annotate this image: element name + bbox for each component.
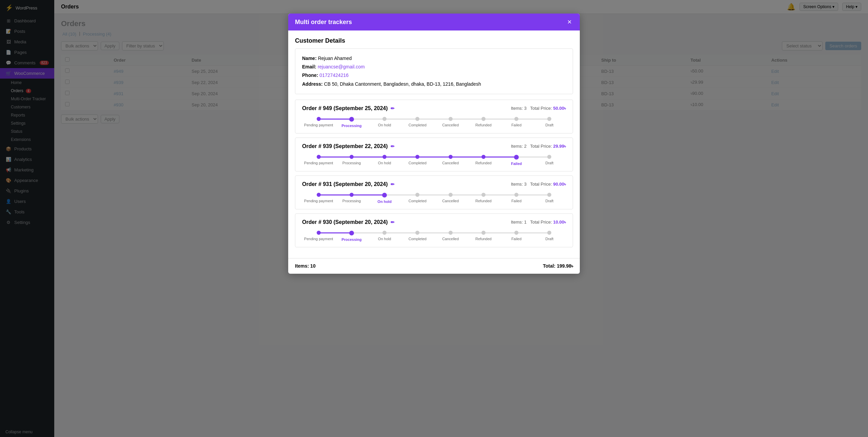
step-dot <box>382 155 387 159</box>
progress-step: Draft <box>533 117 566 128</box>
step-label: Failed <box>511 162 522 166</box>
progress-steps: Pending payment Processing On hold Compl… <box>302 117 566 128</box>
order-card-title: Order # 939 (September 22, 2024) ✏ <box>302 143 395 149</box>
progress-step: Failed <box>500 231 533 242</box>
customer-details-title: Customer Details <box>295 37 573 44</box>
progress-step: Draft <box>533 155 566 166</box>
step-dot <box>317 231 321 235</box>
step-label: Cancelled <box>442 123 459 127</box>
progress-tracker: Pending payment Processing On hold Compl… <box>302 231 566 242</box>
order-card-title: Order # 930 (September 20, 2024) ✏ <box>302 219 395 225</box>
progress-step: On hold <box>368 193 401 204</box>
progress-step: On hold <box>368 155 401 166</box>
address-label: Address: <box>302 81 323 87</box>
order-meta: Items: 3 Total Price: 90.00৳ <box>511 182 566 187</box>
step-dot <box>317 117 321 121</box>
step-label: Cancelled <box>442 161 459 165</box>
order-card: Order # 930 (September 20, 2024) ✏ Items… <box>295 213 573 247</box>
step-dot <box>415 155 419 159</box>
step-dot <box>382 231 387 235</box>
progress-step: Completed <box>401 193 434 204</box>
order-card: Order # 939 (September 22, 2024) ✏ Items… <box>295 138 573 171</box>
customer-address-row: Address: CB 50, Dhaka Cantonment, Bangla… <box>302 80 566 88</box>
progress-step: Pending payment <box>302 117 335 128</box>
step-label: Processing <box>341 124 361 128</box>
progress-step: Pending payment <box>302 193 335 204</box>
step-label: Failed <box>511 199 521 203</box>
step-dot <box>415 117 419 121</box>
progress-step: Draft <box>533 193 566 204</box>
step-dot <box>382 193 387 197</box>
progress-step: Cancelled <box>434 155 467 166</box>
step-dot <box>349 117 354 122</box>
progress-step: Failed <box>500 117 533 128</box>
modal-overlay: Multi order trackers × Customer Details … <box>0 0 868 437</box>
step-dot <box>547 117 551 121</box>
step-label: Draft <box>545 199 553 203</box>
step-dot <box>481 193 486 197</box>
step-dot <box>481 117 486 121</box>
order-meta: Items: 2 Total Price: 29.99৳ <box>511 144 566 149</box>
customer-name-row: Name: Rejuan Ahamed <box>302 54 566 63</box>
progress-step: Refunded <box>467 231 500 242</box>
email-label: Email: <box>302 64 316 69</box>
progress-tracker: Pending payment Processing On hold Compl… <box>302 155 566 166</box>
progress-steps: Pending payment Processing On hold Compl… <box>302 231 566 242</box>
order-card-header: Order # 939 (September 22, 2024) ✏ Items… <box>302 143 566 149</box>
progress-step: Completed <box>401 231 434 242</box>
progress-tracker: Pending payment Processing On hold Compl… <box>302 117 566 128</box>
order-card-title: Order # 949 (September 25, 2024) ✏ <box>302 105 395 111</box>
step-dot <box>449 231 453 235</box>
order-card-title: Order # 931 (September 20, 2024) ✏ <box>302 181 395 187</box>
step-dot <box>514 117 518 121</box>
step-label: Draft <box>545 161 553 165</box>
step-label: Completed <box>409 161 427 165</box>
footer-items: Items: 10 <box>295 263 316 269</box>
step-label: Processing <box>342 161 361 165</box>
step-label: Completed <box>409 199 427 203</box>
modal: Multi order trackers × Customer Details … <box>288 14 580 274</box>
order-card-header: Order # 949 (September 25, 2024) ✏ Items… <box>302 105 566 111</box>
order-card-header: Order # 931 (September 20, 2024) ✏ Items… <box>302 181 566 187</box>
step-label: Cancelled <box>442 199 459 203</box>
order-edit-icon[interactable]: ✏ <box>391 106 395 111</box>
step-label: Refunded <box>475 199 492 203</box>
step-label: Processing <box>341 237 361 242</box>
progress-step: Cancelled <box>434 193 467 204</box>
modal-footer: Items: 10 Total: 199.98৳ <box>288 258 580 274</box>
email-link[interactable]: rejuancse@gmail.com <box>318 64 365 69</box>
order-edit-icon[interactable]: ✏ <box>391 182 395 187</box>
progress-step: Failed <box>500 155 533 166</box>
modal-close-button[interactable]: × <box>566 18 573 26</box>
step-dot <box>317 193 321 197</box>
modal-header: Multi order trackers × <box>288 14 580 30</box>
progress-step: Cancelled <box>434 117 467 128</box>
customer-phone-row: Phone: 01727424216 <box>302 71 566 80</box>
name-value-text: Rejuan Ahamed <box>318 56 352 61</box>
progress-step: On hold <box>368 117 401 128</box>
progress-step: Failed <box>500 193 533 204</box>
step-dot <box>449 155 453 159</box>
step-label: Pending payment <box>304 123 333 127</box>
progress-step: Processing <box>335 155 368 166</box>
step-label: Pending payment <box>304 161 333 165</box>
progress-step: Processing <box>335 193 368 204</box>
order-card: Order # 949 (September 25, 2024) ✏ Items… <box>295 100 573 133</box>
step-dot <box>415 231 419 235</box>
order-cards-container: Order # 949 (September 25, 2024) ✏ Items… <box>295 100 573 247</box>
step-dot <box>514 193 518 197</box>
step-label: Processing <box>342 199 361 203</box>
progress-step: Refunded <box>467 193 500 204</box>
phone-link[interactable]: 01727424216 <box>319 72 349 78</box>
order-edit-icon[interactable]: ✏ <box>391 220 395 225</box>
order-edit-icon[interactable]: ✏ <box>391 144 395 149</box>
footer-total: Total: 199.98৳ <box>543 263 573 269</box>
step-label: Cancelled <box>442 237 459 241</box>
step-dot <box>382 117 387 121</box>
step-label: On hold <box>378 123 391 127</box>
step-dot <box>547 231 551 235</box>
step-label: Completed <box>409 123 427 127</box>
modal-body: Customer Details Name: Rejuan Ahamed Ema… <box>288 30 580 258</box>
progress-steps: Pending payment Processing On hold Compl… <box>302 193 566 204</box>
step-dot <box>514 155 519 160</box>
